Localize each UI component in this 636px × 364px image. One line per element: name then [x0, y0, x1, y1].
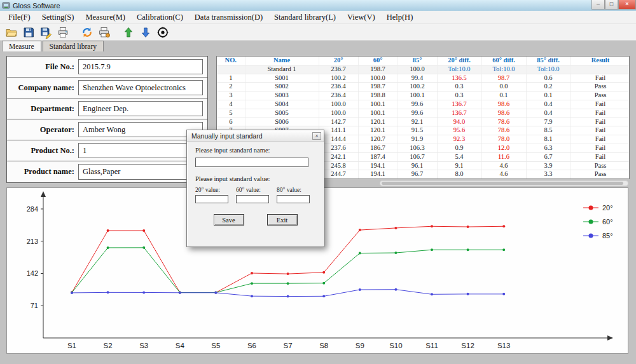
- form-value-field[interactable]: Glass,Paper: [78, 164, 203, 180]
- download-button[interactable]: [139, 25, 153, 39]
- table-cell: S001: [245, 74, 319, 83]
- table-row[interactable]: 5S005100.0100.199.6136.798.60.4Fail: [217, 109, 630, 118]
- menu-item-data-transmission[interactable]: Data transmission(D): [189, 11, 268, 24]
- column-header: Name: [245, 57, 319, 65]
- column-header: 20° diff.: [437, 57, 481, 65]
- table-cell: 236.7: [319, 65, 358, 74]
- table-row[interactable]: 4S004100.0100.199.6136.798.60.4Fail: [217, 100, 630, 109]
- standard-row[interactable]: Standard 1236.7198.7100.0Tol:10.0Tol:10.…: [217, 65, 630, 74]
- upload-button[interactable]: [121, 25, 135, 39]
- form-value-field[interactable]: 1: [78, 143, 203, 158]
- menu-item-file[interactable]: File(F): [3, 11, 36, 24]
- form-row: Product No.:1: [7, 140, 207, 161]
- table-row[interactable]: 1S001100.2100.099.4136.598.70.6Fail: [217, 74, 630, 83]
- table-cell: Fail: [570, 135, 630, 144]
- table-cell: 91.5: [398, 126, 437, 135]
- tab-measure[interactable]: Measure: [2, 41, 41, 51]
- table-cell: 98.6: [481, 100, 526, 109]
- tab-bar: MeasureStandard library: [0, 41, 636, 51]
- print-settings-button[interactable]: [97, 25, 111, 39]
- window-title: Gloss Software: [13, 2, 60, 10]
- svg-text:S10: S10: [389, 342, 402, 349]
- measure-target-button[interactable]: [156, 25, 170, 39]
- upload-icon: [122, 26, 135, 39]
- table-cell: 8.1: [526, 135, 570, 144]
- table-cell: 106.3: [398, 144, 437, 152]
- standard-value-prompt: Please input standard value:: [195, 175, 315, 182]
- form-value-field[interactable]: Engineer Dep.: [78, 101, 203, 116]
- open-file-button[interactable]: [4, 25, 18, 39]
- sync-button[interactable]: [80, 25, 94, 39]
- download-icon: [139, 26, 152, 39]
- table-cell: 194.1: [358, 161, 398, 170]
- save-button[interactable]: [22, 25, 36, 39]
- menu-item-help[interactable]: Help(H): [381, 11, 419, 24]
- table-cell: 2: [217, 83, 245, 91]
- dialog-title: Manually input standard: [191, 132, 263, 140]
- table-cell: Fail: [570, 118, 630, 126]
- menu-item-measure[interactable]: Measure(M): [80, 11, 130, 24]
- table-cell: 198.7: [358, 65, 398, 74]
- scrollbar-thumb[interactable]: [382, 182, 623, 185]
- table-cell: 9.1: [437, 161, 481, 170]
- measure-info-panel: File No.:2015.7.9Company name:Shenzhen W…: [6, 56, 208, 183]
- standard-value-field-group: 80° value:: [277, 187, 310, 203]
- form-value-field[interactable]: Shenzhen Wave Optoelectronics: [78, 80, 203, 95]
- svg-text:S12: S12: [461, 342, 474, 349]
- table-cell: 0.3: [437, 91, 481, 100]
- print-button[interactable]: [56, 25, 70, 39]
- table-cell: 8.0: [437, 170, 481, 179]
- form-field-label: Company name:: [7, 78, 78, 98]
- table-cell: 142.7: [319, 118, 358, 126]
- table-row[interactable]: 2S002236.4198.7100.20.30.00.2Pass: [217, 83, 630, 91]
- minimize-button[interactable]: –: [591, 0, 605, 10]
- table-horizontal-scrollbar[interactable]: [380, 180, 628, 186]
- dialog-close-button[interactable]: ×: [312, 132, 321, 140]
- table-cell: 144.4: [319, 135, 358, 144]
- table-cell: 3.9: [526, 161, 570, 170]
- standard-value-input[interactable]: [236, 195, 269, 203]
- table-cell: 92.3: [437, 135, 481, 144]
- table-cell: Pass: [570, 170, 630, 179]
- form-field-label: Department:: [7, 98, 78, 119]
- svg-text:S9: S9: [356, 342, 364, 349]
- menu-item-setting[interactable]: Setting(S): [36, 11, 80, 24]
- form-value-field[interactable]: Amber Wong: [78, 122, 203, 137]
- table-cell: 100.1: [358, 109, 398, 118]
- table-cell: 91.9: [398, 135, 437, 144]
- table-row[interactable]: 6S006142.7120.192.194.078.67.9Fail: [217, 118, 630, 126]
- standard-value-input[interactable]: [277, 195, 310, 203]
- manual-input-standard-dialog: Manually input standard × Please input s…: [186, 130, 324, 247]
- form-value-field[interactable]: 2015.7.9: [78, 59, 203, 74]
- table-cell: 3: [217, 91, 245, 100]
- dialog-buttons: Save Exit: [195, 214, 315, 226]
- table-cell: 94.0: [437, 118, 481, 126]
- table-row[interactable]: 3S003236.4198.8100.10.30.10.1Pass: [217, 91, 630, 100]
- table-cell: 99.4: [398, 74, 437, 83]
- print-icon: [57, 26, 69, 39]
- dialog-title-bar[interactable]: Manually input standard ×: [187, 130, 324, 142]
- standard-name-input[interactable]: [195, 158, 308, 167]
- table-cell: 95.6: [437, 126, 481, 135]
- standard-value-input[interactable]: [195, 195, 228, 203]
- menu-item-standard-library[interactable]: Standard library(L): [268, 11, 342, 24]
- svg-text:142: 142: [27, 269, 38, 277]
- table-cell: 244.7: [319, 170, 358, 179]
- tab-standard-library[interactable]: Standard library: [43, 41, 104, 51]
- maximize-button[interactable]: □: [605, 0, 618, 10]
- menu-item-calibration[interactable]: Calibration(C): [131, 11, 189, 24]
- exit-button[interactable]: Exit: [267, 214, 298, 226]
- title-bar[interactable]: Gloss Software – □ ×: [0, 0, 636, 11]
- menu-item-view[interactable]: View(V): [342, 11, 381, 24]
- form-row: Company name:Shenzhen Wave Optoelectroni…: [7, 78, 207, 98]
- table-cell: 7.9: [526, 118, 570, 126]
- column-header: 20°: [319, 57, 358, 65]
- table-cell: S005: [245, 109, 319, 118]
- table-cell: 99.6: [398, 100, 437, 109]
- svg-text:85°: 85°: [602, 232, 613, 239]
- table-cell: 242.1: [319, 152, 358, 161]
- table-cell: Fail: [570, 74, 630, 83]
- save-button[interactable]: Save: [214, 214, 244, 226]
- close-button[interactable]: ×: [618, 0, 636, 10]
- export-button[interactable]: [39, 25, 53, 39]
